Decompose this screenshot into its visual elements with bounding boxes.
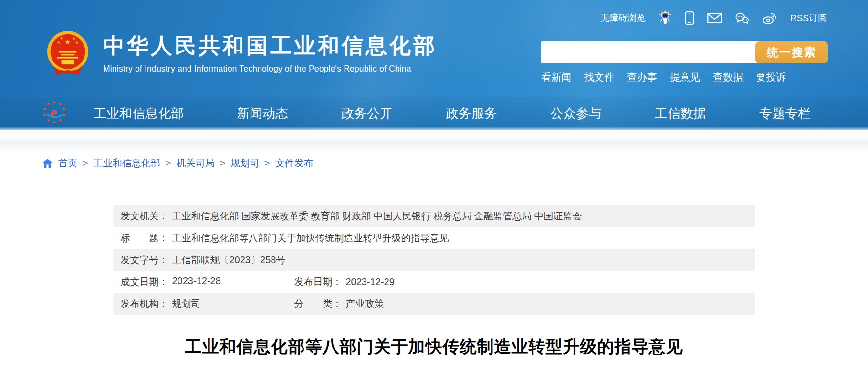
meta-value: 工业和信息化部等八部门关于加快传统制造业转型升级的指导意见 — [172, 232, 449, 245]
meta-row-issuing-agency: 发文机关： 工业和信息化部 国家发展改革委 教育部 财政部 中国人民银行 税务总… — [113, 205, 755, 227]
meta-label: 发布日期： — [294, 276, 342, 288]
miit-e-logo-icon: e — [42, 100, 67, 127]
article-title: 工业和信息化部等八部门关于加快传统制造业转型升级的指导意见 — [113, 336, 755, 358]
quick-link-data[interactable]: 查数据 — [713, 71, 743, 84]
quick-link-complaint[interactable]: 要投诉 — [756, 71, 786, 84]
meta-row-document-number: 发文字号： 工信部联规〔2023〕258号 — [113, 249, 755, 271]
breadcrumb-planning-dept[interactable]: 规划司 — [230, 157, 259, 170]
meta-row-title: 标 题： 工业和信息化部等八部门关于加快传统制造业转型升级的指导意见 — [113, 227, 755, 249]
svg-text:★: ★ — [64, 38, 71, 46]
meta-label: 发布机构： — [121, 297, 168, 310]
main-nav: e 工业和信息化部 新闻动态 政务公开 政务服务 公众参与 工信数据 专题专栏 — [0, 97, 868, 130]
breadcrumb: 首页 > 工业和信息化部 > 机关司局 > 规划司 > 文件发布 — [0, 155, 868, 171]
mobile-icon[interactable] — [685, 11, 694, 25]
weibo-icon[interactable] — [762, 11, 777, 25]
brand-link[interactable]: ★ ★ ★ ★ ★ 中华人民共和国工业和信息化部 Ministry of Ind… — [45, 29, 437, 82]
site-title: 中华人民共和国工业和信息化部 — [103, 33, 437, 58]
meta-value: 规划司 — [172, 297, 201, 310]
nav-items: 工业和信息化部 新闻动态 政务公开 政务服务 公众参与 工信数据 专题专栏 — [94, 105, 839, 122]
nav-item-special-topics[interactable]: 专题专栏 — [759, 105, 811, 122]
accessibility-link[interactable]: 无障碍浏览 — [600, 12, 646, 24]
search-input[interactable] — [541, 41, 759, 63]
svg-text:★: ★ — [73, 36, 76, 41]
nav-item-miit-data[interactable]: 工信数据 — [655, 105, 706, 122]
home-icon[interactable] — [42, 158, 53, 168]
meta-row-dates: 成文日期： 2023-12-28 发布日期： 2023-12-29 — [113, 271, 755, 293]
meta-value: 工信部联规〔2023〕258号 — [172, 254, 286, 266]
robot-icon[interactable] — [659, 10, 672, 26]
quick-link-feedback[interactable]: 提意见 — [670, 71, 700, 84]
search-button[interactable]: 统一搜索 — [755, 41, 828, 63]
site-header: 无障碍浏览 — [0, 0, 868, 130]
quick-link-services[interactable]: 查办事 — [627, 71, 657, 84]
meta-value: 产业政策 — [346, 297, 384, 310]
header-divider — [0, 130, 868, 152]
nav-item-gov-services[interactable]: 政务服务 — [446, 105, 497, 122]
wechat-icon[interactable] — [735, 12, 749, 24]
nav-item-gov-disclosure[interactable]: 政务公开 — [341, 105, 393, 122]
site-title-en: Ministry of Industry and Information Tec… — [103, 64, 437, 74]
svg-text:★: ★ — [60, 36, 63, 41]
nav-item-miit[interactable]: 工业和信息化部 — [94, 105, 184, 122]
nav-item-public-participation[interactable]: 公众参与 — [550, 105, 602, 122]
breadcrumb-document-release: 文件发布 — [275, 157, 314, 170]
breadcrumb-miit[interactable]: 工业和信息化部 — [94, 157, 160, 170]
document-meta-table: 发文机关： 工业和信息化部 国家发展改革委 教育部 财政部 中国人民银行 税务总… — [113, 205, 755, 315]
search-bar: 统一搜索 — [541, 41, 828, 63]
breadcrumb-separator: > — [83, 158, 88, 169]
quick-links: 看新闻 找文件 查办事 提意见 查数据 要投诉 — [541, 71, 828, 84]
breadcrumb-departments[interactable]: 机关司局 — [176, 157, 214, 170]
rss-link[interactable]: RSS订阅 — [790, 12, 827, 24]
meta-label: 成文日期： — [121, 276, 168, 288]
meta-label: 发文字号： — [121, 254, 168, 266]
quick-link-news[interactable]: 看新闻 — [541, 71, 571, 84]
breadcrumb-separator: > — [264, 158, 270, 169]
meta-row-publisher-category: 发布机构： 规划司 分 类： 产业政策 — [113, 293, 755, 315]
meta-value: 工业和信息化部 国家发展改革委 教育部 财政部 中国人民银行 税务总局 金融监管… — [172, 210, 582, 223]
utility-bar: 无障碍浏览 — [600, 10, 827, 26]
meta-label: 发文机关： — [121, 210, 168, 223]
svg-text:★: ★ — [75, 41, 79, 45]
meta-label: 分 类： — [294, 297, 342, 310]
quick-link-documents[interactable]: 找文件 — [584, 71, 614, 84]
mail-icon[interactable] — [707, 13, 722, 23]
meta-value: 2023-12-28 — [172, 276, 221, 288]
breadcrumb-separator: > — [220, 158, 225, 169]
nav-item-news[interactable]: 新闻动态 — [237, 105, 288, 122]
meta-label: 标 题： — [121, 232, 168, 245]
breadcrumb-separator: > — [166, 158, 171, 169]
national-emblem-logo: ★ ★ ★ ★ ★ — [45, 29, 91, 82]
svg-text:★: ★ — [57, 41, 60, 45]
breadcrumb-home[interactable]: 首页 — [58, 157, 77, 170]
meta-value: 2023-12-29 — [346, 277, 395, 287]
